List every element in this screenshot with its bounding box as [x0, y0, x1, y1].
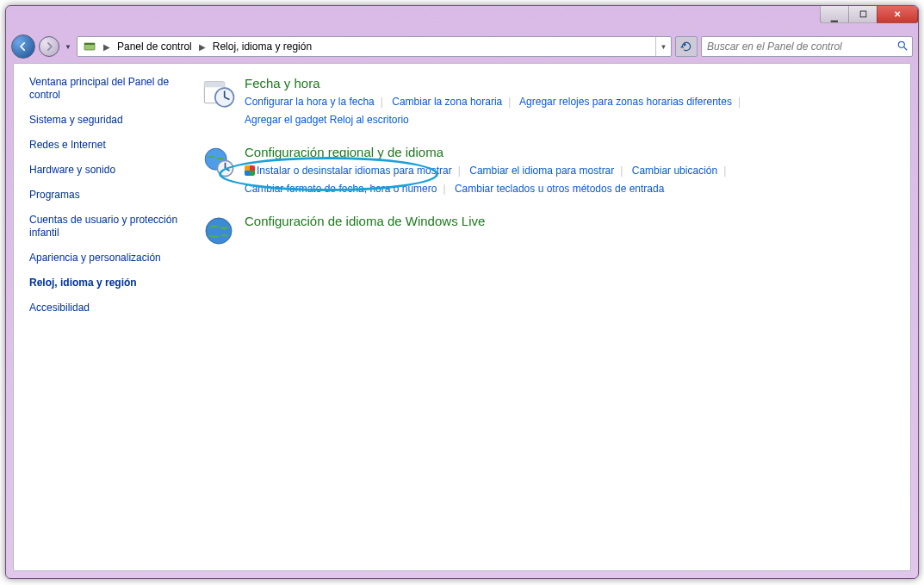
svg-line-3: [904, 47, 908, 50]
link-cambiar-idioma[interactable]: Cambiar el idioma para mostrar: [469, 165, 614, 177]
window-close-button[interactable]: ✕: [877, 6, 918, 23]
nav-back-button[interactable]: [11, 34, 35, 59]
category-fecha-hora: Fecha y hora Configurar la hora y la fec…: [202, 76, 898, 129]
link-cambiar-formato[interactable]: Cambiar formato de fecha, hora o número: [245, 183, 437, 195]
category-windows-live: Configuración de idioma de Windows Live: [202, 214, 898, 248]
breadcrumb-separator: ▶: [101, 42, 113, 52]
window-minimize-button[interactable]: ▁: [820, 6, 849, 23]
breadcrumb-separator: ▶: [196, 42, 208, 52]
link-agregar-gadget[interactable]: Agregar el gadget Reloj al escritorio: [245, 114, 409, 126]
minimize-icon: ▁: [831, 12, 838, 22]
link-cambiar-zona[interactable]: Cambiar la zona horaria: [392, 96, 502, 108]
globe-clock-icon: [202, 145, 236, 179]
search-icon: [896, 40, 908, 54]
sidebar-item-programas[interactable]: Programas: [29, 189, 186, 202]
category-title-windows-live[interactable]: Configuración de idioma de Windows Live: [245, 214, 485, 228]
sidebar-home-link[interactable]: Ventana principal del Panel de control: [29, 76, 186, 102]
svg-rect-1: [84, 43, 95, 45]
sidebar-item-sistema[interactable]: Sistema y seguridad: [29, 114, 186, 127]
svg-point-13: [206, 218, 232, 244]
sidebar-item-hardware[interactable]: Hardware y sonido: [29, 164, 186, 177]
refresh-button[interactable]: [675, 36, 698, 57]
search-placeholder: Buscar en el Panel de control: [707, 40, 842, 53]
sidebar-item-redes[interactable]: Redes e Internet: [29, 139, 186, 152]
sidebar-item-accesibilidad[interactable]: Accesibilidad: [29, 302, 186, 314]
globe-icon: [202, 214, 236, 248]
maximize-icon: ☐: [859, 9, 867, 19]
arrow-right-icon: [43, 40, 55, 53]
category-regional: Configuración regional y de idioma Insta…: [202, 145, 898, 198]
sidebar-item-reloj[interactable]: Reloj, idioma y región: [29, 277, 186, 289]
window-maximize-button[interactable]: ☐: [848, 6, 877, 23]
address-bar[interactable]: ▶ Panel de control ▶ Reloj, idioma y reg…: [77, 36, 672, 57]
link-agregar-relojes[interactable]: Agregar relojes para zonas horarias dife…: [519, 96, 732, 108]
refresh-icon: [680, 40, 692, 53]
category-title-fecha-hora[interactable]: Fecha y hora: [245, 76, 320, 90]
sidebar-item-apariencia[interactable]: Apariencia y personalización: [29, 252, 186, 264]
search-box[interactable]: Buscar en el Panel de control: [701, 36, 913, 57]
svg-rect-5: [204, 82, 224, 88]
category-title-regional[interactable]: Configuración regional y de idioma: [245, 145, 443, 159]
control-panel-icon: [83, 40, 96, 53]
uac-shield-icon: [245, 165, 255, 176]
clock-calendar-icon: [202, 76, 236, 110]
main-panel: Fecha y hora Configurar la hora y la fec…: [195, 64, 910, 570]
address-dropdown[interactable]: ▼: [655, 37, 671, 56]
sidebar-item-cuentas[interactable]: Cuentas de usuario y protección infantil: [29, 214, 186, 240]
close-icon: ✕: [894, 9, 901, 19]
link-cambiar-teclados[interactable]: Cambiar teclados u otros métodos de entr…: [455, 183, 664, 195]
link-instalar-idiomas[interactable]: Instalar o desinstalar idiomas para most…: [257, 165, 452, 177]
breadcrumb-root[interactable]: Panel de control: [117, 40, 192, 53]
breadcrumb-leaf[interactable]: Reloj, idioma y región: [213, 40, 312, 53]
link-cambiar-ubicacion[interactable]: Cambiar ubicación: [632, 165, 717, 177]
sidebar: Ventana principal del Panel de control S…: [14, 64, 195, 570]
link-configurar-hora[interactable]: Configurar la hora y la fecha: [245, 96, 375, 108]
nav-forward-button[interactable]: [39, 36, 59, 57]
svg-point-2: [898, 41, 904, 47]
nav-history-dropdown[interactable]: ▼: [63, 41, 73, 52]
arrow-left-icon: [17, 40, 29, 53]
